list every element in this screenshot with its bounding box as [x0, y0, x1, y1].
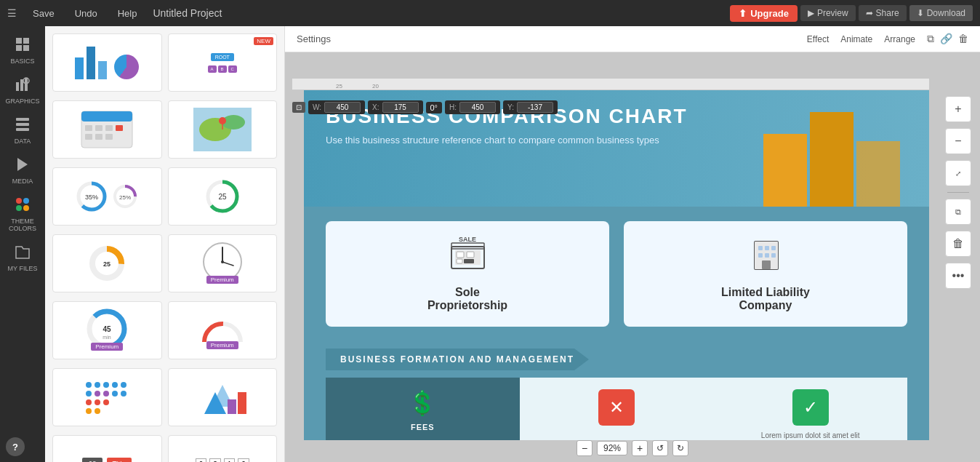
zoom-plus-button[interactable]: +: [632, 440, 648, 456]
bar-3: [856, 141, 900, 207]
header-bars: [763, 97, 900, 207]
download-button[interactable]: ⬇ Download: [909, 5, 973, 21]
panel-map[interactable]: [168, 100, 278, 159]
help-button[interactable]: ?: [6, 437, 25, 456]
left-sidebar: BASICS GRAPHICS DATA: [0, 26, 45, 462]
upgrade-button[interactable]: ⬆ Upgrade: [730, 5, 798, 22]
premium-badge-clock: Premium: [206, 276, 238, 284]
svg-rect-18: [85, 125, 92, 131]
panel-grid-5: 45 min Premium 50 Premium: [52, 301, 277, 359]
width-input[interactable]: [324, 102, 361, 113]
zoom-minus-button[interactable]: −: [577, 440, 593, 456]
svg-text:SALE: SALE: [458, 236, 475, 243]
panel-gauge-1[interactable]: 35% 25%: [52, 167, 162, 226]
svg-text:min: min: [103, 335, 111, 340]
svg-point-14: [16, 205, 22, 211]
redo-rotate-button[interactable]: ↻: [672, 440, 688, 456]
download-icon: ⬇: [917, 8, 924, 18]
svg-point-64: [86, 408, 92, 414]
undo-button[interactable]: Undo: [71, 7, 102, 20]
svg-point-62: [95, 399, 100, 405]
save-button[interactable]: Save: [28, 7, 59, 20]
premium-badge-speed: Premium: [91, 343, 123, 351]
share-button[interactable]: ➦ Share: [859, 5, 907, 21]
svg-point-61: [86, 399, 92, 405]
sidebar-item-data[interactable]: DATA: [0, 112, 45, 149]
svg-rect-80: [758, 246, 763, 250]
lorem-text: Lorem ipsum dolot sit amet elit: [761, 431, 860, 439]
svg-rect-85: [771, 253, 776, 258]
svg-point-56: [86, 391, 92, 397]
trash-icon[interactable]: 🗑: [958, 33, 968, 45]
tab-effect[interactable]: Effect: [807, 34, 829, 44]
svg-rect-72: [457, 252, 464, 258]
svg-rect-20: [105, 125, 113, 131]
svg-rect-8: [16, 118, 29, 121]
svg-rect-4: [16, 82, 19, 91]
panel-text-box[interactable]: 68 Title: [52, 435, 162, 462]
zoom-in-tool[interactable]: +: [945, 96, 971, 122]
svg-text:25%: 25%: [119, 194, 131, 201]
svg-point-55: [121, 382, 126, 388]
svg-point-65: [95, 408, 100, 414]
duplicate-tool[interactable]: ⧉: [945, 199, 971, 225]
link-icon[interactable]: 🔗: [940, 33, 952, 45]
undo-rotate-button[interactable]: ↺: [652, 440, 668, 456]
height-input[interactable]: [459, 102, 496, 113]
canvas-content[interactable]: BUSINESS COMPARISON CHART Use this busin…: [304, 90, 929, 440]
copy-icon[interactable]: ⧉: [927, 33, 934, 45]
panel-triangle-grid[interactable]: [168, 368, 278, 426]
svg-rect-69: [238, 392, 246, 414]
panel-gauge-speedometer[interactable]: 45 min Premium: [52, 301, 162, 359]
panel-grid-4: 25 Premium: [52, 234, 277, 292]
y-input[interactable]: [517, 102, 553, 113]
svg-rect-24: [105, 134, 113, 140]
x-input[interactable]: [382, 102, 419, 113]
project-title[interactable]: Untitled Project: [153, 7, 718, 19]
svg-text:35%: 35%: [85, 194, 98, 201]
settings-bar: Settings Effect Animate Arrange ⧉ 🔗 🗑: [285, 26, 980, 52]
cross-col: ✕: [520, 378, 714, 440]
sidebar-item-media[interactable]: MEDIA: [0, 152, 45, 189]
panel-clock[interactable]: Premium: [168, 234, 278, 292]
svg-rect-73: [467, 252, 474, 258]
svg-point-15: [23, 205, 29, 211]
zoom-out-tool[interactable]: −: [945, 128, 971, 154]
panels-strip: NEW ROOT A B C: [45, 26, 285, 462]
help-button[interactable]: Help: [113, 7, 142, 20]
panel-org-chart[interactable]: NEW ROOT A B C: [168, 33, 278, 92]
preview-button[interactable]: ▶ Preview: [800, 5, 856, 21]
tab-arrange[interactable]: Arrange: [884, 34, 915, 44]
ruler-mark-25: 25: [336, 83, 365, 89]
panel-dots-grid[interactable]: [52, 368, 162, 426]
bar-1: [763, 134, 807, 207]
svg-point-59: [112, 391, 118, 397]
more-tool[interactable]: •••: [945, 263, 971, 289]
fit-tool[interactable]: ⤢: [945, 160, 971, 186]
sidebar-item-graphics[interactable]: GRAPHICS: [0, 72, 45, 109]
panel-grid-3: 35% 25% 25: [52, 167, 277, 226]
tab-animate[interactable]: Animate: [840, 34, 872, 44]
panel-meter[interactable]: 50 Premium: [168, 301, 278, 359]
panel-calendar[interactable]: [52, 100, 162, 159]
panel-donut-25[interactable]: 25: [52, 234, 162, 292]
sidebar-item-basics[interactable]: BASICS: [0, 32, 45, 69]
sidebar-item-theme-colors[interactable]: THEMECOLORS: [0, 192, 45, 236]
svg-point-51: [86, 382, 92, 388]
building-icon: [746, 236, 786, 279]
ruler-top: 25 20: [292, 79, 929, 90]
canvas-area[interactable]: 25 20 ⊡ W: X: 0° H:: [285, 52, 980, 462]
sidebar-item-my-files[interactable]: MY FILES: [0, 239, 45, 276]
svg-point-45: [221, 260, 224, 263]
zoom-level-label: 92%: [597, 441, 627, 455]
menu-icon[interactable]: ☰: [7, 7, 17, 19]
panel-bar-pie[interactable]: [52, 33, 162, 92]
card1-title: SoleProprietorship: [427, 286, 507, 312]
panel-gauge-2[interactable]: 25: [168, 167, 278, 226]
data-icon: [15, 116, 31, 136]
my-files-label: MY FILES: [8, 265, 38, 272]
x-icon: ✕: [598, 389, 635, 426]
checkmark-icon: ✓: [792, 389, 829, 426]
delete-tool[interactable]: 🗑: [945, 231, 971, 257]
panel-numbers[interactable]: 0 3 1 2: [168, 435, 278, 462]
